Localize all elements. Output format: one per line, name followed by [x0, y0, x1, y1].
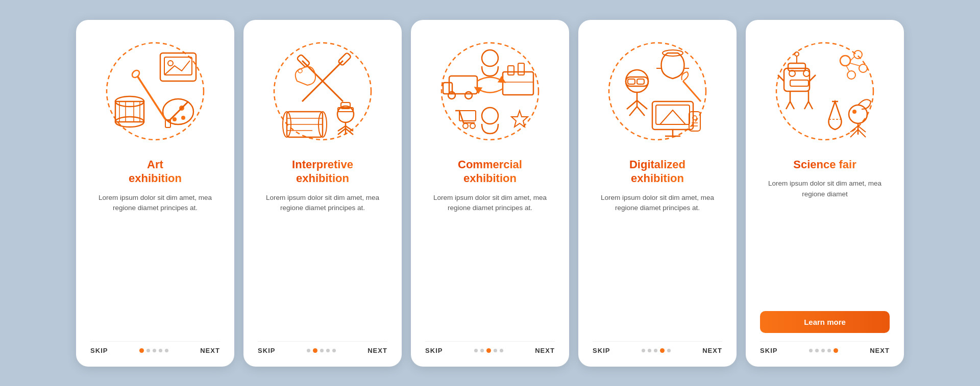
dot-1	[642, 349, 645, 352]
dots-indicator	[474, 348, 503, 353]
svg-line-84	[810, 75, 816, 81]
card-body: Lorem ipsum dolor sit dim amet, mea regi…	[760, 178, 890, 208]
dot-1	[307, 349, 310, 352]
svg-point-102	[849, 105, 867, 123]
skip-button[interactable]: SKIP	[258, 347, 276, 354]
interpretive-exhibition-illustration	[266, 35, 379, 147]
svg-rect-82	[790, 80, 808, 86]
commercial-exhibition-illustration	[434, 35, 546, 147]
svg-point-108	[852, 110, 856, 114]
dot-2	[480, 349, 484, 352]
svg-point-44	[465, 92, 472, 99]
svg-marker-72	[660, 110, 685, 124]
svg-rect-46	[508, 66, 514, 75]
svg-line-63	[637, 107, 645, 116]
svg-point-6	[173, 117, 177, 121]
dot-5	[834, 348, 838, 353]
dot-1	[809, 349, 813, 352]
svg-rect-23	[338, 52, 351, 65]
card-footer: SKIP NEXT	[258, 336, 387, 354]
card-footer: SKIP NEXT	[90, 336, 220, 354]
card-interpretive-exhibition: Interpretiveexhibition Lorem ipsum dolor…	[243, 20, 402, 367]
svg-rect-47	[518, 63, 524, 75]
card-title: Science fair	[793, 158, 856, 172]
digitalized-exhibition-illustration	[601, 35, 714, 147]
next-button[interactable]: NEXT	[200, 347, 220, 354]
svg-line-90	[808, 101, 813, 109]
dot-3	[486, 348, 491, 353]
skip-button[interactable]: SKIP	[593, 347, 610, 354]
card-title: Interpretiveexhibition	[292, 158, 353, 186]
dots-indicator	[809, 348, 838, 353]
svg-line-97	[850, 57, 854, 61]
learn-more-button[interactable]: Learn more	[760, 311, 890, 333]
skip-button[interactable]: SKIP	[90, 347, 108, 354]
nav-row: SKIP NEXT	[593, 341, 722, 354]
card-body: Lorem ipsum dolor sit dim amet, mea regi…	[425, 193, 555, 222]
svg-rect-79	[788, 63, 805, 71]
card-science-fair: Science fair Lorem ipsum dolor sit dim a…	[746, 20, 904, 367]
svg-line-87	[786, 101, 790, 109]
svg-point-94	[854, 50, 862, 59]
svg-point-40	[482, 50, 498, 66]
nav-row: SKIP NEXT	[90, 341, 220, 354]
svg-point-93	[840, 56, 850, 66]
svg-line-26	[338, 128, 346, 135]
dot-4	[326, 349, 330, 352]
dot-2	[146, 349, 150, 352]
dots-indicator	[139, 348, 168, 353]
next-button[interactable]: NEXT	[368, 347, 387, 354]
card-body: Lorem ipsum dolor sit dim amet, mea regi…	[593, 193, 722, 222]
card-commercial-exhibition: Commercialexhibition Lorem ipsum dolor s…	[411, 20, 569, 367]
card-body: Lorem ipsum dolor sit dim amet, mea regi…	[258, 193, 387, 222]
card-digitalized-exhibition: Digitalizedexhibition Lorem ipsum dolor …	[578, 20, 737, 367]
dot-5	[667, 349, 671, 352]
card-footer: SKIP NEXT	[425, 336, 555, 354]
art-exhibition-illustration	[99, 35, 211, 147]
dot-5	[500, 349, 503, 352]
next-button[interactable]: NEXT	[702, 347, 722, 354]
dot-2	[648, 349, 651, 352]
dot-1	[474, 349, 478, 352]
svg-rect-58	[637, 79, 644, 84]
svg-point-49	[482, 108, 498, 124]
card-title: Artexhibition	[129, 158, 182, 186]
svg-line-67	[683, 81, 701, 101]
dot-3	[153, 349, 156, 352]
dots-indicator	[307, 348, 336, 353]
svg-line-8	[168, 101, 188, 122]
card-footer: SKIP NEXT	[593, 336, 722, 354]
dot-5	[165, 349, 168, 352]
svg-point-95	[859, 64, 867, 72]
dot-3	[821, 349, 825, 352]
svg-line-88	[790, 101, 794, 109]
science-fair-illustration	[769, 35, 881, 147]
svg-rect-57	[628, 79, 635, 84]
svg-line-89	[804, 101, 808, 109]
cards-container: Artexhibition Lorem ipsum dolor sit dim …	[56, 5, 924, 382]
next-button[interactable]: NEXT	[535, 347, 555, 354]
card-body: Lorem ipsum dolor sit dim amet, mea regi…	[90, 193, 220, 222]
svg-rect-45	[503, 72, 533, 95]
svg-rect-68	[652, 101, 693, 130]
svg-rect-2	[164, 57, 192, 75]
svg-point-3	[168, 61, 173, 66]
next-button[interactable]: NEXT	[870, 347, 890, 354]
dot-4	[494, 349, 497, 352]
nav-row: SKIP NEXT	[760, 341, 890, 354]
svg-point-7	[181, 116, 185, 120]
skip-button[interactable]: SKIP	[425, 347, 443, 354]
dot-2	[313, 348, 317, 353]
card-art-exhibition: Artexhibition Lorem ipsum dolor sit dim …	[76, 20, 234, 367]
dot-3	[654, 349, 657, 352]
skip-button[interactable]: SKIP	[760, 347, 778, 354]
nav-row: SKIP NEXT	[425, 341, 555, 354]
svg-rect-73	[689, 112, 700, 131]
svg-line-99	[846, 66, 849, 71]
svg-point-52	[470, 123, 475, 128]
svg-line-29	[346, 126, 353, 131]
svg-rect-41	[449, 76, 477, 94]
svg-point-92	[795, 52, 799, 56]
nav-row: SKIP NEXT	[258, 341, 387, 354]
svg-line-17	[137, 76, 165, 119]
